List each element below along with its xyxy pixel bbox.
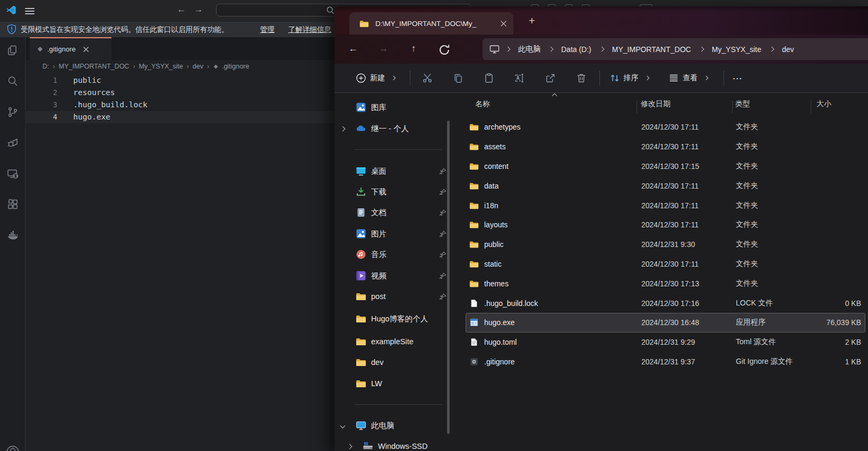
run-debug-icon[interactable] bbox=[6, 137, 19, 149]
folder-icon bbox=[469, 123, 479, 131]
extensions-icon[interactable] bbox=[6, 198, 19, 211]
new-tab-button[interactable]: + bbox=[523, 13, 541, 29]
rename-icon[interactable] bbox=[514, 73, 525, 83]
folder-icon bbox=[356, 313, 366, 324]
sidebar-item-this-pc[interactable]: 此电脑 bbox=[334, 416, 449, 435]
file-row[interactable]: .hugo_build.lock2024/12/30 17:16LOCK 文件0… bbox=[466, 293, 865, 313]
address-bar[interactable]: 此电脑 Data (D:) MY_IMPORTANT_DOC My_YSYX_s… bbox=[483, 38, 868, 60]
sidebar-item-downloads[interactable]: 下载 bbox=[334, 183, 449, 201]
address-segment-this-pc[interactable]: 此电脑 bbox=[516, 45, 543, 54]
pin-icon bbox=[439, 230, 447, 238]
delete-icon[interactable] bbox=[576, 73, 587, 83]
folder-icon bbox=[359, 20, 369, 28]
sort-button[interactable]: 排序 bbox=[609, 73, 652, 83]
breadcrumb-folder[interactable]: dev bbox=[193, 63, 203, 70]
search-sidebar-icon[interactable] bbox=[6, 75, 19, 88]
column-header-date[interactable]: 修改日期 bbox=[641, 99, 671, 113]
file-row-selected[interactable]: hugo.exe2024/12/30 16:48应用程序76,039 KB bbox=[466, 313, 865, 333]
nav-forward-icon[interactable]: → bbox=[376, 42, 390, 56]
sidebar-item-examplesite[interactable]: exampleSite bbox=[334, 333, 449, 351]
folder-icon bbox=[469, 240, 479, 249]
line-number: 3 bbox=[26, 99, 57, 111]
breadcrumb-folder[interactable]: My_YSYX_site bbox=[139, 63, 183, 70]
column-header-type[interactable]: 类型 bbox=[735, 99, 750, 113]
file-row[interactable]: archetypes2024/12/30 17:11文件夹 bbox=[466, 117, 865, 137]
column-resize-handle[interactable] bbox=[637, 100, 637, 113]
breadcrumb-folder[interactable]: MY_IMPORTANT_DOC bbox=[59, 63, 130, 70]
menu-hamburger-icon[interactable] bbox=[25, 6, 35, 15]
banner-manage-link[interactable]: 管理 bbox=[260, 25, 274, 35]
cut-icon[interactable] bbox=[422, 73, 433, 83]
pin-icon bbox=[439, 251, 447, 259]
history-back-icon[interactable]: ← bbox=[175, 4, 188, 15]
file-row[interactable]: content2024/12/30 17:15文件夹 bbox=[466, 157, 865, 176]
banner-learn-more-link[interactable]: 了解详细信息 bbox=[288, 25, 331, 35]
pin-icon bbox=[439, 209, 447, 217]
sidebar-item-music[interactable]: 音乐 bbox=[334, 245, 449, 263]
new-button[interactable]: 新建 bbox=[356, 73, 398, 83]
refresh-icon[interactable] bbox=[437, 43, 451, 57]
nav-back-icon[interactable]: ← bbox=[346, 42, 360, 56]
sidebar-item-post[interactable]: post bbox=[334, 287, 449, 305]
sidebar-item-onedrive[interactable]: 继一 - 个人 bbox=[334, 120, 449, 138]
view-button[interactable]: 查看 bbox=[668, 73, 711, 83]
sidebar-item-documents[interactable]: 文档 bbox=[334, 203, 449, 222]
nav-up-icon[interactable]: ↑ bbox=[407, 42, 420, 56]
navigation-pane: 图库 继一 - 个人 桌面 bbox=[334, 93, 449, 451]
column-resize-handle[interactable] bbox=[811, 100, 811, 113]
chevron-right-icon[interactable] bbox=[340, 126, 345, 131]
file-row[interactable]: layouts2024/12/30 17:11文件夹 bbox=[466, 215, 865, 235]
sidebar-item-hugo-blog[interactable]: Hugo博客的个人 bbox=[334, 310, 449, 328]
address-segment-folder[interactable]: My_YSYX_site bbox=[710, 45, 763, 54]
file-row[interactable]: hugo.toml2024/12/31 9:29Toml 源文件2 KB bbox=[466, 333, 865, 352]
tab-label: .gitignore bbox=[47, 45, 75, 53]
account-icon[interactable] bbox=[6, 445, 20, 451]
gitignore-file-icon bbox=[37, 46, 44, 53]
folder-icon bbox=[356, 291, 366, 302]
column-header-name[interactable]: 名称 bbox=[475, 99, 490, 113]
sort-ascending-icon bbox=[552, 93, 557, 99]
file-row[interactable]: public2024/12/31 9:30文件夹 bbox=[466, 235, 865, 254]
remote-explorer-icon[interactable] bbox=[6, 167, 19, 180]
address-segment-folder[interactable]: dev bbox=[780, 45, 796, 54]
address-segment-drive[interactable]: Data (D:) bbox=[559, 45, 594, 54]
file-row[interactable]: assets2024/12/30 17:11文件夹 bbox=[466, 137, 865, 157]
sidebar-item-dev[interactable]: dev bbox=[334, 353, 449, 371]
explorer-files-icon[interactable] bbox=[6, 44, 19, 57]
downloads-icon bbox=[356, 186, 366, 197]
sidebar-item-videos[interactable]: 视频 bbox=[334, 267, 449, 285]
chevron-down-icon[interactable] bbox=[340, 423, 345, 428]
breadcrumb-file[interactable]: .gitignore bbox=[222, 63, 249, 70]
history-forward-icon[interactable]: → bbox=[192, 4, 205, 15]
column-resize-handle[interactable] bbox=[732, 100, 733, 113]
sidebar-item-windows-ssd[interactable]: Windows-SSD bbox=[334, 437, 449, 451]
plus-circle-icon bbox=[356, 73, 366, 83]
sidebar-item-lw[interactable]: LW bbox=[334, 375, 449, 393]
more-options-button[interactable]: ⋯ bbox=[733, 72, 743, 84]
source-control-icon[interactable] bbox=[6, 106, 19, 118]
chevron-right-icon[interactable] bbox=[347, 444, 352, 449]
tab-gitignore[interactable]: .gitignore bbox=[30, 37, 111, 60]
file-row[interactable]: i18n2024/12/30 17:11文件夹 bbox=[466, 195, 865, 215]
sidebar-item-pictures[interactable]: 图片 bbox=[334, 225, 449, 243]
folder-icon bbox=[469, 182, 479, 190]
sidebar-scrollbar[interactable] bbox=[447, 121, 450, 434]
file-row[interactable]: static2024/12/30 17:11文件夹 bbox=[466, 254, 865, 274]
explorer-tab[interactable]: D:\MY_IMPORTANT_DOC\My_ bbox=[349, 12, 513, 35]
breadcrumb-drive[interactable]: D: bbox=[42, 63, 49, 70]
column-header-size[interactable]: 大小 bbox=[817, 99, 831, 113]
paste-icon[interactable] bbox=[484, 73, 494, 83]
copy-icon[interactable] bbox=[453, 73, 463, 83]
share-icon[interactable] bbox=[545, 73, 556, 83]
file-row[interactable]: data2024/12/30 17:11文件夹 bbox=[466, 176, 865, 195]
sidebar-item-desktop[interactable]: 桌面 bbox=[334, 162, 449, 180]
address-segment-folder[interactable]: MY_IMPORTANT_DOC bbox=[610, 45, 693, 54]
line-number: 1 bbox=[26, 74, 57, 87]
close-tab-icon[interactable] bbox=[83, 46, 89, 53]
explorer-nav-row: ← → ↑ 此电脑 Data (D:) MY_IMPORTANT_DOC My_… bbox=[334, 35, 868, 64]
file-row[interactable]: themes2024/12/30 17:13文件夹 bbox=[466, 274, 865, 293]
close-tab-icon[interactable] bbox=[500, 20, 507, 27]
docker-icon[interactable] bbox=[6, 229, 19, 242]
file-row[interactable]: .gitignore2024/12/31 9:37Git Ignore 源文件1… bbox=[466, 352, 865, 372]
sidebar-item-gallery[interactable]: 图库 bbox=[334, 98, 449, 116]
